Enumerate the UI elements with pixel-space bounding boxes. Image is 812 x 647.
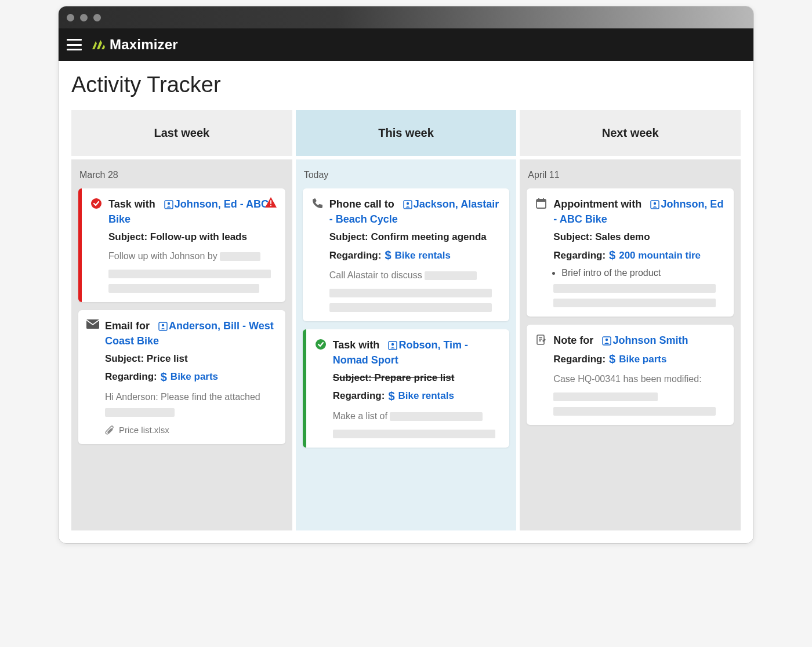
activity-card[interactable]: Note for Johnson Smith Regarding: $ (527, 325, 734, 425)
svg-rect-0 (270, 200, 271, 203)
svg-point-21 (606, 339, 608, 341)
menu-icon[interactable] (67, 39, 82, 50)
column-this-week: This week Today Phone call to (296, 110, 517, 530)
regarding: Regarding: $ Bike rentals (333, 390, 501, 403)
svg-point-10 (316, 339, 326, 350)
column-date: Today (304, 170, 509, 180)
skeleton-line (553, 392, 658, 401)
card-title: Task with Johnson, Ed - ABC Bike (108, 197, 276, 227)
regarding-link[interactable]: Bike parts (619, 354, 666, 365)
title-prefix: Phone call to (329, 198, 394, 210)
svg-rect-15 (538, 198, 539, 201)
contact-icon (650, 200, 659, 209)
skeleton-line (108, 270, 271, 278)
regarding: Regarding: $ Bike rentals (329, 249, 501, 262)
subject: Subject: Prepare price list (333, 372, 501, 384)
title-prefix: Task with (333, 339, 380, 351)
regarding-link[interactable]: 200 mountain tire (619, 250, 701, 261)
titlebar (59, 6, 753, 28)
brand-logo[interactable]: Maximizer (91, 37, 178, 53)
logo-mark-icon (91, 39, 105, 50)
appbar: Maximizer (59, 28, 753, 61)
content: Activity Tracker Last week March 28 (59, 61, 753, 543)
regarding: Regarding: $ 200 mountain tire (553, 249, 724, 262)
svg-rect-14 (536, 199, 546, 202)
traffic-min-icon[interactable] (80, 14, 88, 21)
check-circle-icon (90, 197, 103, 209)
contact-icon (602, 336, 611, 346)
app-window: Maximizer Activity Tracker Last week Mar… (58, 6, 754, 544)
card-title: Note for Johnson Smith (553, 333, 724, 348)
dollar-icon: $ (385, 249, 391, 262)
contact-icon (164, 200, 173, 209)
activity-card[interactable]: Task with Robson, Tim - Nomad Sport Subj… (303, 329, 510, 448)
activity-card[interactable]: Task with Johnson, Ed - ABC Bike Subject… (78, 188, 285, 302)
card-title: Task with Robson, Tim - Nomad Sport (333, 337, 501, 368)
svg-point-7 (162, 324, 164, 326)
subject: Subject: Confirm meeting agenda (329, 231, 501, 243)
attachment-name: Price list.xlsx (119, 425, 169, 435)
skeleton-line (329, 289, 492, 297)
attachment[interactable]: Price list.xlsx (105, 425, 276, 435)
dollar-icon: $ (161, 370, 167, 384)
contact-icon (403, 200, 412, 209)
title-prefix: Note for (553, 335, 593, 346)
column-body: Today Phone call to Jackson, Alas (296, 159, 517, 530)
subject: Subject: Sales demo (553, 231, 724, 243)
svg-rect-16 (543, 198, 544, 201)
skeleton-line (553, 299, 716, 307)
svg-rect-19 (537, 335, 544, 344)
card-title: Phone call to Jackson, Alastair - Beach … (329, 197, 501, 227)
column-date: April 11 (528, 170, 733, 180)
check-circle-icon (314, 337, 327, 350)
regarding-link[interactable]: Bike rentals (398, 390, 454, 402)
page-title: Activity Tracker (71, 72, 741, 97)
phone-icon (311, 197, 324, 209)
snippet: Hi Anderson: Please find the attached (105, 390, 276, 419)
column-body: April 11 Appointment with Johnson (520, 159, 741, 530)
traffic-max-icon[interactable] (93, 14, 101, 21)
svg-point-9 (407, 202, 409, 205)
contact-link[interactable]: Johnson Smith (602, 335, 688, 346)
svg-point-2 (91, 198, 102, 209)
paperclip-icon (105, 426, 114, 435)
activity-card[interactable]: Phone call to Jackson, Alastair - Beach … (303, 188, 510, 321)
card-title: Appointment with Johnson, Ed - ABC Bike (553, 197, 724, 227)
regarding-link[interactable]: Bike rentals (395, 250, 451, 261)
skeleton-line (108, 284, 259, 293)
svg-point-18 (654, 202, 656, 205)
activity-card[interactable]: Appointment with Johnson, Ed - ABC Bike … (527, 188, 734, 317)
skeleton-line (553, 284, 716, 293)
svg-point-12 (392, 343, 394, 346)
svg-rect-5 (86, 319, 99, 329)
envelope-icon (86, 318, 99, 329)
column-date: March 28 (79, 170, 284, 180)
activity-card[interactable]: Email for Anderson, Bill - West Coast Bi… (78, 310, 285, 444)
regarding: Regarding: $ Bike parts (553, 352, 724, 366)
traffic-close-icon[interactable] (67, 14, 74, 21)
card-title: Email for Anderson, Bill - West Coast Bi… (105, 318, 276, 348)
snippet: Call Alastair to discuss (329, 268, 501, 283)
skeleton-line (553, 407, 716, 416)
brand-name: Maximizer (110, 37, 178, 53)
calendar-icon (535, 197, 548, 209)
alert-icon (264, 197, 277, 208)
bullet: Brief intro of the product (561, 268, 724, 278)
subject: Subject: Price list (105, 353, 276, 365)
column-header[interactable]: Last week (71, 110, 292, 156)
column-header[interactable]: This week (296, 110, 517, 156)
column-next-week: Next week April 11 Appointment with (520, 110, 741, 530)
skeleton-line (333, 430, 495, 438)
title-prefix: Task with (108, 198, 155, 210)
skeleton-line (329, 303, 492, 312)
columns: Last week March 28 (71, 110, 741, 530)
snippet: Make a list of (333, 409, 501, 424)
column-header[interactable]: Next week (520, 110, 741, 156)
svg-point-4 (168, 202, 170, 205)
subject: Subject: Follow-up with leads (108, 231, 276, 243)
contact-icon (158, 322, 168, 331)
regarding-link[interactable]: Bike parts (171, 371, 218, 383)
contact-icon (388, 341, 397, 350)
column-last-week: Last week March 28 (71, 110, 292, 530)
dollar-icon: $ (388, 390, 394, 403)
